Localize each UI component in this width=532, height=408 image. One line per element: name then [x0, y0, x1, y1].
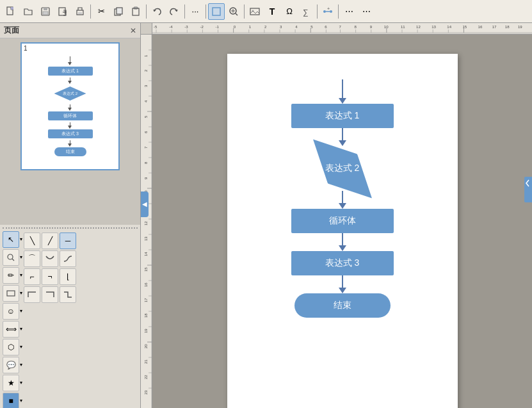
fill-rect-drop[interactable]: ▾ — [20, 398, 22, 404]
expr2-spacing: 表达式 2 — [291, 146, 394, 191]
hexagon-tool[interactable]: ⬡ — [3, 339, 19, 355]
svg-text:-5: -5 — [154, 25, 157, 29]
text-button[interactable]: T — [264, 3, 280, 20]
end-label: 结束 — [334, 300, 351, 310]
smile-tool[interactable]: ☺ — [3, 303, 19, 320]
main-area: 页面 ✕ 1 表达式 1 — [0, 23, 532, 408]
shape-rect-drop[interactable]: ▾ — [20, 290, 22, 296]
mini-flowchart: 表达式 1 表达式 2 循环体 — [22, 44, 118, 156]
svg-text:2: 2 — [144, 69, 148, 72]
arrows-tool[interactable]: ⟺ — [3, 321, 19, 338]
arrow2 — [342, 191, 343, 204]
connect-button[interactable]: + — [319, 3, 336, 20]
mini-expr3: 表达式 3 — [48, 129, 93, 138]
curve-up[interactable]: ⌒ — [24, 250, 40, 267]
step-connector2[interactable] — [42, 286, 58, 303]
svg-text:6: 6 — [144, 131, 148, 133]
copy-button[interactable] — [110, 3, 127, 20]
select-rect-button[interactable] — [208, 3, 225, 20]
page-thumbnail[interactable]: 1 表达式 1 表达式 2 — [20, 42, 120, 170]
corner-tl[interactable]: ⌐ — [24, 268, 40, 285]
image-button[interactable] — [246, 3, 263, 20]
expr1-box[interactable]: 表达式 1 — [291, 104, 394, 128]
expr1-label: 表达式 1 — [325, 110, 360, 120]
left-panel: 页面 ✕ 1 表达式 1 — [0, 23, 141, 408]
new-button[interactable] — [3, 3, 19, 20]
undo-button[interactable] — [149, 3, 165, 20]
arrow-tool-drop[interactable]: ▾ — [20, 236, 22, 242]
step-connector3[interactable] — [60, 286, 76, 303]
svg-rect-13 — [213, 8, 220, 15]
save-button[interactable] — [37, 3, 54, 20]
svg-text:0: 0 — [234, 25, 236, 29]
line-diag2[interactable]: ╱ — [42, 233, 58, 249]
svg-text:9: 9 — [144, 177, 148, 179]
callout-drop[interactable]: ▾ — [20, 362, 22, 368]
export-button[interactable] — [54, 3, 71, 20]
more-button[interactable]: ⋯ — [341, 3, 357, 20]
star-tool[interactable]: ★ — [3, 375, 19, 391]
line-horiz[interactable]: ─ — [60, 233, 76, 249]
omega-button[interactable]: Ω — [281, 3, 298, 20]
svg-text:∑: ∑ — [303, 8, 309, 17]
svg-rect-1 — [11, 7, 13, 10]
page-canvas[interactable]: 表达式 1 表达式 2 — [152, 35, 532, 408]
arrow2-head — [339, 203, 346, 209]
pages-content[interactable]: 1 表达式 1 表达式 2 — [0, 38, 140, 225]
scroll-handle[interactable] — [524, 177, 532, 202]
svg-text:18: 18 — [505, 25, 510, 29]
hexagon-drop[interactable]: ▾ — [20, 344, 22, 350]
open-button[interactable] — [20, 3, 36, 20]
svg-text:13: 13 — [144, 236, 148, 241]
redo-button[interactable] — [166, 3, 182, 20]
svg-text:19: 19 — [518, 25, 522, 29]
expr2-diamond[interactable]: 表达式 2 — [291, 146, 394, 191]
flowchart: 表达式 1 表达式 2 — [240, 67, 445, 330]
svg-text:-3: -3 — [184, 25, 188, 29]
pen-tool-drop[interactable]: ▾ — [20, 272, 22, 278]
star-drop[interactable]: ▾ — [20, 380, 22, 386]
svg-text:-2: -2 — [200, 25, 204, 29]
svg-text:9: 9 — [370, 25, 373, 29]
magnify-tool[interactable] — [3, 249, 19, 266]
svg-rect-10 — [117, 8, 122, 14]
end-oval[interactable]: 结束 — [294, 293, 391, 318]
magnify-tool-drop[interactable]: ▾ — [20, 254, 22, 260]
corner-br[interactable]: ¬ — [42, 268, 58, 285]
svg-text:6: 6 — [325, 25, 327, 29]
loop-box[interactable]: 循环体 — [291, 209, 394, 233]
panel-collapse-button[interactable]: ◀ — [141, 192, 149, 217]
pages-close-button[interactable]: ✕ — [130, 26, 136, 35]
svg-rect-8 — [78, 12, 82, 14]
svg-text:4: 4 — [295, 25, 298, 29]
formula-button[interactable]: ∑ — [298, 3, 315, 20]
callout-tool[interactable]: 💬 — [3, 357, 19, 373]
step-connector1[interactable] — [24, 286, 40, 303]
curve-down[interactable] — [42, 250, 58, 267]
pages-title: 页面 — [4, 25, 19, 36]
shape-rect-tool[interactable] — [3, 285, 19, 302]
arrow1 — [342, 128, 343, 141]
line-diag1[interactable]: ╲ — [24, 233, 40, 249]
cut-button[interactable]: ✂ — [93, 3, 109, 20]
expr3-box[interactable]: 表达式 3 — [291, 251, 394, 275]
svg-text:-4: -4 — [169, 25, 173, 29]
corner-bl[interactable]: ⌊ — [60, 268, 76, 285]
print-button[interactable] — [72, 3, 88, 20]
pen-tool[interactable]: ✏ — [3, 267, 19, 284]
tools-separator — [3, 227, 138, 229]
main-toolbar: ✂ ··· T Ω ∑ + ⋯ ⋯ — [0, 0, 532, 23]
smile-tool-drop[interactable]: ▾ — [20, 308, 22, 314]
s-curve[interactable] — [60, 250, 76, 267]
paste-button[interactable] — [127, 3, 144, 20]
dots-button[interactable]: ··· — [187, 3, 204, 20]
arrow-tool[interactable]: ↖ — [3, 231, 19, 248]
svg-line-26 — [12, 259, 14, 261]
fill-rect-tool[interactable]: ■ — [3, 393, 19, 409]
svg-point-22 — [330, 10, 332, 13]
extra-button[interactable]: ⋯ — [358, 3, 375, 20]
zoom-fit-button[interactable] — [225, 3, 242, 20]
svg-text:4: 4 — [144, 100, 148, 102]
arrows-tool-drop[interactable]: ▾ — [20, 326, 22, 332]
svg-text:17: 17 — [144, 298, 148, 302]
